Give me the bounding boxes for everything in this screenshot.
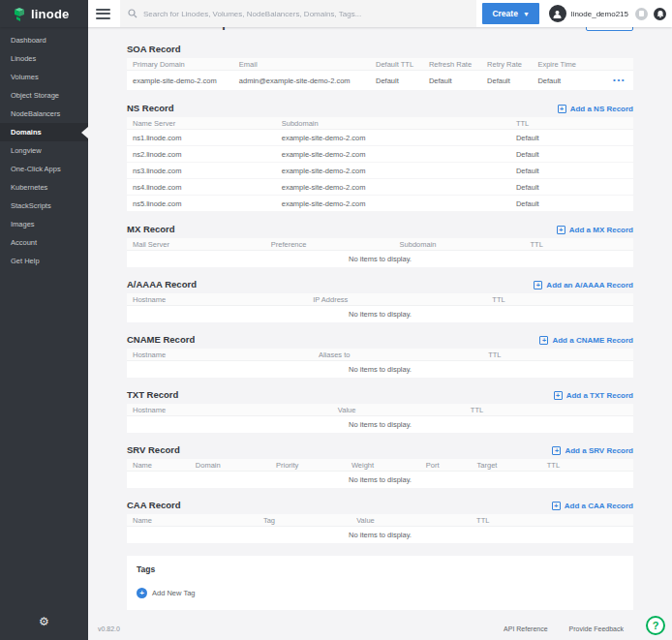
section-title: MX Record xyxy=(127,224,175,234)
active-item-wedge xyxy=(81,127,88,138)
sidebar-item-get-help[interactable]: Get Help xyxy=(0,252,88,270)
column-header: Target xyxy=(472,461,541,470)
sidebar-item-label: StackScripts xyxy=(11,201,51,210)
records-list: SOA RecordPrimary DomainEmailDefault TTL… xyxy=(127,42,633,543)
table-row: ns1.linode.comexample-site-demo-2.comDef… xyxy=(127,130,633,146)
hamburger-menu-icon[interactable] xyxy=(96,9,110,19)
sidebar-item-longview[interactable]: Longview xyxy=(0,141,88,160)
create-button-label: Create xyxy=(492,9,517,18)
table-cell: Default xyxy=(510,183,633,192)
sidebar-item-label: Object Storage xyxy=(11,91,59,100)
avatar[interactable] xyxy=(549,5,566,22)
section-title: A/AAAA Record xyxy=(127,279,197,290)
sidebar-item-domains[interactable]: Domains xyxy=(0,123,88,141)
table-row: ns5.linode.comexample-site-demo-2.comDef… xyxy=(127,196,633,212)
help-button[interactable]: ? xyxy=(646,616,665,635)
user-icon xyxy=(552,9,563,19)
column-header: Mail Server xyxy=(127,240,265,249)
add-record-link[interactable]: +Add a TXT Record xyxy=(554,391,633,400)
tags-card: Tags + Add New Tag xyxy=(127,556,633,610)
api-reference-link[interactable]: API Reference xyxy=(504,625,548,632)
column-header: Value xyxy=(332,406,465,414)
column-header: Refresh Rate xyxy=(423,60,481,69)
record-table: HostnameIP AddressTTLNo items to display… xyxy=(127,293,633,322)
document-glyph xyxy=(639,11,644,16)
add-record-link[interactable]: +Add a CAA Record xyxy=(552,502,633,510)
table-cell: ns5.linode.com xyxy=(127,199,276,208)
plus-square-icon: + xyxy=(552,502,561,510)
table-cell: ns4.linode.com xyxy=(127,183,276,192)
bell-icon[interactable] xyxy=(654,8,666,20)
empty-state-text: No items to display. xyxy=(127,527,633,543)
table-row: ns4.linode.comexample-site-demo-2.comDef… xyxy=(127,179,633,196)
sidebar-item-label: Images xyxy=(11,220,35,229)
add-record-link[interactable]: +Add a CNAME Record xyxy=(539,336,633,345)
empty-state-text: No items to display. xyxy=(127,472,633,488)
record-section-a-aaaa-record: A/AAAA Record+Add an A/AAAA RecordHostna… xyxy=(127,277,633,322)
column-header: IP Address xyxy=(307,295,486,304)
username[interactable]: linode_demo215 xyxy=(571,10,628,18)
table-cell: example-site-demo-2.com xyxy=(276,183,510,192)
section-title: TXT Record xyxy=(127,389,178,400)
column-header: Expire Time xyxy=(532,60,600,69)
search-input[interactable] xyxy=(143,10,469,18)
table-cell: ns2.linode.com xyxy=(127,150,276,159)
column-header: Hostname xyxy=(127,295,307,304)
column-header: Value xyxy=(351,516,471,525)
provide-feedback-link[interactable]: Provide Feedback xyxy=(569,625,624,632)
sidebar-item-label: Dashboard xyxy=(11,36,46,45)
create-button[interactable]: Create ▼ xyxy=(482,3,538,24)
add-record-link[interactable]: +Add a MX Record xyxy=(557,226,633,234)
column-header: TTL xyxy=(541,461,633,470)
sidebar-item-kubernetes[interactable]: Kubernetes xyxy=(0,178,88,197)
column-header: Tag xyxy=(258,516,351,525)
version-label: v0.82.0 xyxy=(98,625,120,632)
add-record-link[interactable]: +Add a NS Record xyxy=(558,105,633,113)
add-new-tag-button[interactable]: + Add New Tag xyxy=(137,588,624,598)
column-header: Hostname xyxy=(127,406,332,414)
sidebar-item-label: Volumes xyxy=(11,73,39,81)
sidebar-item-account[interactable]: Account xyxy=(0,233,88,252)
column-header: TTL xyxy=(471,516,633,525)
section-title: CNAME Record xyxy=(127,334,195,345)
column-header: Retry Rate xyxy=(481,60,532,69)
sidebar-item-label: One-Click Apps xyxy=(11,165,61,173)
sidebar-item-nodebalancers[interactable]: NodeBalancers xyxy=(0,105,88,123)
row-actions-menu-icon[interactable]: ••• xyxy=(613,76,626,84)
sidebar-item-volumes[interactable]: Volumes xyxy=(0,68,88,86)
gear-icon[interactable]: ⚙ xyxy=(0,615,88,628)
add-record-link[interactable]: +Add an A/AAAA Record xyxy=(534,281,633,290)
sidebar-item-images[interactable]: Images xyxy=(0,215,88,233)
table-cell: example-site-demo-2.com xyxy=(276,134,510,142)
section-title: SOA Record xyxy=(127,44,181,54)
plus-square-icon: + xyxy=(552,446,561,455)
table-cell: Default xyxy=(532,76,600,85)
sidebar-item-one-click-apps[interactable]: One-Click Apps xyxy=(0,160,88,178)
column-header: Email xyxy=(233,60,370,69)
sidebar-item-label: NodeBalancers xyxy=(11,109,60,118)
notifications-icon[interactable] xyxy=(635,8,648,20)
table-cell: ns1.linode.com xyxy=(127,134,276,142)
linode-logo-icon xyxy=(14,7,26,21)
add-record-label: Add an A/AAAA Record xyxy=(546,281,633,290)
sidebar-item-dashboard[interactable]: Dashboard xyxy=(0,31,88,49)
linode-logo[interactable]: linode xyxy=(0,0,88,27)
sidebar-nav: DashboardLinodesVolumesObject StorageNod… xyxy=(0,27,88,270)
sidebar-item-object-storage[interactable]: Object Storage xyxy=(0,86,88,105)
sidebar-item-stackscripts[interactable]: StackScripts xyxy=(0,197,88,215)
column-header: Default TTL xyxy=(370,60,423,69)
column-header: Port xyxy=(420,461,472,470)
column-header: Priority xyxy=(270,461,346,470)
record-section-ns-record: NS Record+Add a NS RecordName ServerSubd… xyxy=(127,101,633,212)
footer: v0.82.0 API Reference Provide Feedback xyxy=(88,610,672,632)
add-record-link[interactable]: +Add a SRV Record xyxy=(552,446,633,455)
sidebar-item-linodes[interactable]: Linodes xyxy=(0,49,88,68)
column-header: Domain xyxy=(190,461,270,470)
record-section-cname-record: CNAME Record+Add a CNAME RecordHostnameA… xyxy=(127,332,633,378)
record-table: NameTagValueTTLNo items to display. xyxy=(127,514,633,543)
column-header: TTL xyxy=(510,119,633,128)
add-record-label: Add a CNAME Record xyxy=(552,336,633,345)
record-table: HostnameValueTTLNo items to display. xyxy=(127,404,633,433)
add-record-label: Add a TXT Record xyxy=(566,391,633,400)
column-header: Primary Domain xyxy=(127,60,233,69)
